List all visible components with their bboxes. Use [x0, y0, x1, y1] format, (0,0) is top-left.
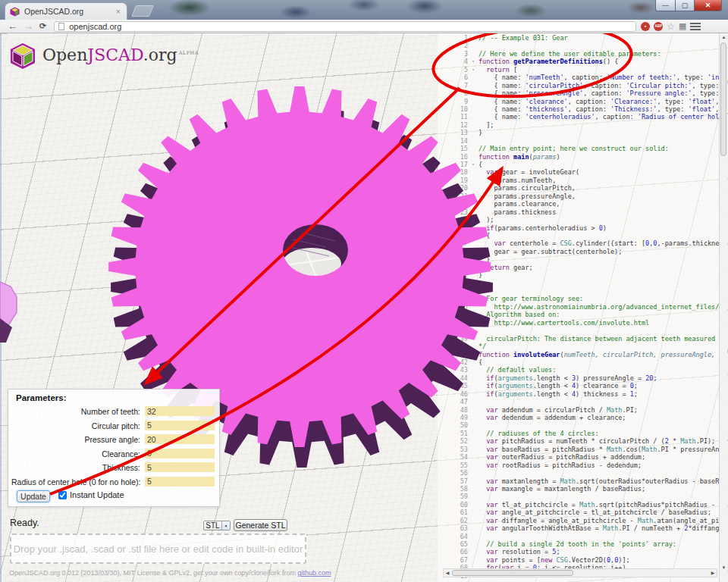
openjscad-logo: OpenJSCAD.orgALPHA [9, 42, 199, 70]
param-label-circular-pitch: Circular pitch: [11, 421, 140, 431]
format-selected-value: STL [204, 521, 221, 530]
status-text: Ready. [10, 518, 39, 528]
page-icon [58, 23, 64, 30]
param-label-teeth: Number of teeth: [11, 406, 140, 417]
extension-icon-adblock[interactable]: ABP [654, 22, 663, 31]
tab-close-icon[interactable]: × [115, 8, 122, 16]
address-bar[interactable]: openjscad.org [54, 21, 636, 32]
logo-cube-icon [9, 42, 36, 70]
output-format-select[interactable]: STL ▼ [203, 521, 231, 530]
file-dropzone[interactable]: Drop your .jscad, .scad or .stl file her… [10, 534, 306, 564]
param-label-center-hole-radius: Radius of center hole (0 for no hole): [11, 477, 140, 487]
tab-title: OpenJSCAD.org [24, 7, 115, 16]
window-maximize-button[interactable]: ▢ [676, 0, 695, 11]
param-row: Thickness: [8, 462, 219, 473]
alpha-badge: ALPHA [179, 50, 199, 56]
param-label-pressure-angle: Pressure angle: [11, 434, 140, 445]
browser-toolbar: ← → ⟳ openjscad.org ● ABP ☆ ▦ [0, 20, 728, 33]
url-text: openjscad.org [69, 22, 121, 31]
param-row: Clearance: [8, 449, 219, 459]
instant-update-label: Instant Update [70, 490, 124, 499]
new-tab-button[interactable] [131, 5, 154, 17]
extension-icon-1[interactable]: ● [641, 22, 650, 31]
back-button[interactable]: ← [8, 21, 17, 31]
chevron-down-icon[interactable]: ▼ [221, 521, 230, 530]
logo-text: OpenJSCAD.orgALPHA [42, 45, 199, 64]
github-link[interactable]: github.com [298, 569, 331, 577]
param-input-pressure-angle[interactable] [145, 434, 215, 444]
generate-stl-button[interactable]: Generate STL [234, 519, 287, 531]
browser-tab[interactable]: OpenJSCAD.org × [5, 2, 127, 20]
bookmark-star-icon[interactable]: ☆ [667, 22, 675, 31]
param-row: Pressure angle: [8, 434, 219, 445]
reload-button[interactable]: ⟳ [39, 22, 46, 30]
instant-update-control[interactable]: Instant Update [58, 490, 124, 499]
tab-strip: OpenJSCAD.org × — ▢ ✕ [0, 0, 728, 20]
param-input-thickness[interactable] [145, 462, 215, 472]
side-menu-tab[interactable] [0, 282, 17, 343]
parameters-panel: Parameters: Number of teeth: Circular pi… [8, 389, 220, 507]
param-input-center-hole-radius[interactable] [145, 477, 215, 487]
browser-window: OpenJSCAD.org × — ▢ ✕ ← → ⟳ openjscad.or… [0, 0, 728, 582]
param-label-thickness: Thickness: [11, 462, 140, 473]
param-input-number-of-teeth[interactable] [145, 406, 215, 416]
openjscad-page: 1// -- Example 031: Gear23// Here we def… [0, 33, 728, 582]
update-button[interactable]: Update [17, 490, 50, 502]
param-label-clearance: Clearance: [11, 449, 140, 459]
favicon-openjscad [10, 7, 20, 17]
instant-update-checkbox[interactable] [58, 491, 67, 499]
param-input-clearance[interactable] [145, 449, 215, 458]
parameters-title: Parameters: [16, 393, 66, 402]
footer-text: OpenJSCAD.org 0.012 (2013/03/30), MIT Li… [9, 569, 331, 577]
param-input-circular-pitch[interactable] [145, 421, 215, 430]
window-minimize-button[interactable]: — [655, 0, 676, 11]
param-row: Circular pitch: [8, 421, 219, 431]
chrome-menu-icon[interactable] [690, 23, 701, 30]
forward-button[interactable]: → [24, 21, 33, 31]
param-row: Radius of center hole (0 for no hole): [8, 477, 219, 487]
param-row: Number of teeth: [8, 406, 219, 417]
apps-grid-icon[interactable]: ▦ [679, 22, 686, 30]
dropzone-text: Drop your .jscad, .scad or .stl file her… [14, 543, 303, 555]
window-close-button[interactable]: ✕ [695, 0, 722, 11]
